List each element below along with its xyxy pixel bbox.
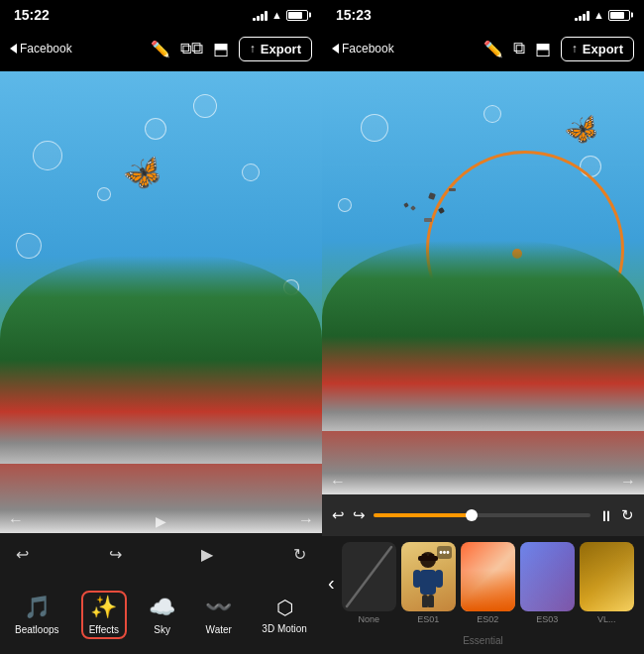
left-playback-bar: ▶ — [0, 533, 322, 575]
left-back-label: Facebook — [20, 42, 72, 55]
left-back-arrow-icon — [10, 44, 17, 54]
effect-none-thumb — [342, 542, 396, 611]
right-export-label: Export — [583, 42, 623, 56]
left-redo-button[interactable] — [109, 544, 122, 565]
effects-label: Effects — [89, 624, 119, 635]
person-svg — [408, 548, 448, 607]
bubble-2 — [145, 118, 166, 140]
svg-rect-8 — [422, 595, 428, 607]
left-forest-area — [0, 256, 322, 464]
right-top-nav: Facebook ⧉ ⬒ ↑ Export — [322, 28, 644, 71]
right-wifi-icon: ▲ — [593, 9, 604, 21]
beatloops-icon: 🎵 — [24, 595, 51, 620]
bubble-8 — [97, 187, 111, 201]
left-nav-arrows: ← — [8, 511, 24, 529]
svg-line-0 — [347, 547, 391, 606]
effect-es01[interactable]: ••• — [401, 542, 456, 624]
left-status-bar: 15:22 ▲ — [0, 0, 322, 28]
none-slash-icon — [342, 542, 396, 611]
right-pencil-icon[interactable] — [483, 39, 503, 59]
left-bottom-toolbar: 🎵 Beatloops ✨ Effects ☁️ Sky 〰️ Water ⬡ … — [0, 575, 322, 654]
es02-gradient — [461, 570, 515, 611]
effect-es03-thumb — [520, 542, 575, 611]
left-play-indicator: ▶ — [156, 513, 166, 529]
right-time: 15:23 — [336, 7, 372, 23]
left-battery-icon — [286, 10, 308, 21]
right-share-icon: ↑ — [572, 42, 578, 55]
effect-es01-thumb: ••• — [401, 542, 456, 611]
right-timeline-thumb — [466, 509, 478, 521]
right-timeline-track[interactable] — [374, 513, 590, 517]
right-back-button[interactable]: Facebook — [332, 42, 394, 55]
toolbar-beatloops[interactable]: 🎵 Beatloops — [7, 591, 66, 639]
left-video-area: 🦋 ← → ▶ — [0, 71, 322, 533]
effect-vl[interactable]: VL... — [580, 542, 634, 624]
left-copy-icon[interactable]: ⧉ — [180, 39, 203, 58]
essential-section: Essential — [322, 630, 644, 654]
left-undo-button[interactable] — [16, 544, 29, 565]
effect-vl-label: VL... — [597, 614, 616, 624]
right-back-label: Facebook — [342, 42, 394, 55]
right-timeline-progress — [374, 513, 472, 517]
r-bubble-1 — [361, 114, 388, 142]
left-wifi-icon: ▲ — [271, 9, 282, 21]
left-nav-icons: ⧉ ⬒ ↑ Export — [151, 37, 312, 61]
right-copy-icon[interactable]: ⧉ — [513, 39, 525, 58]
right-effects-strip: ‹ None ••• — [322, 536, 644, 630]
svg-rect-7 — [435, 570, 443, 588]
left-signal-icon — [253, 10, 268, 21]
svg-rect-4 — [429, 554, 434, 558]
svg-rect-9 — [428, 595, 434, 607]
right-export-button[interactable]: ↑ Export — [561, 37, 634, 61]
right-status-icons: ▲ — [575, 9, 630, 21]
left-loop-button[interactable] — [293, 544, 306, 565]
effect-es03-label: ES03 — [536, 614, 558, 624]
beatloops-label: Beatloops — [15, 624, 58, 635]
left-export-button[interactable]: ↑ Export — [239, 37, 312, 61]
effect-none[interactable]: None — [342, 542, 396, 624]
left-status-icons: ▲ — [253, 9, 308, 21]
3dmotion-label: 3D Motion — [262, 623, 307, 634]
svg-rect-5 — [420, 570, 436, 595]
right-layers-icon[interactable]: ⬒ — [535, 39, 551, 59]
effect-es02[interactable]: ES02 — [461, 542, 515, 624]
bubble-3 — [242, 164, 260, 181]
right-status-bar: 15:23 ▲ — [322, 0, 644, 28]
right-chevron-left[interactable]: ‹ — [326, 572, 337, 595]
left-nav-arrows-right: → — [298, 511, 314, 529]
water-icon: 〰️ — [205, 595, 232, 620]
right-timeline-bar: ↩ ↪ ⏸ ↻ — [322, 494, 644, 536]
essential-label: Essential — [463, 635, 503, 646]
left-play-button[interactable]: ▶ — [201, 545, 213, 564]
vl-overlay — [580, 542, 634, 611]
effect-es03[interactable]: ES03 — [520, 542, 575, 624]
left-time: 15:22 — [14, 7, 50, 23]
right-phone-panel: 15:23 ▲ Facebook ⧉ ⬒ ↑ Export — [322, 0, 644, 654]
effect-es01-label: ES01 — [417, 614, 439, 624]
left-back-button[interactable]: Facebook — [10, 42, 72, 55]
right-undo-button[interactable]: ↩ — [332, 506, 345, 524]
toolbar-water[interactable]: 〰️ Water — [197, 591, 240, 639]
right-pause-button[interactable]: ⏸ — [598, 507, 613, 524]
toolbar-sky[interactable]: ☁️ Sky — [141, 591, 183, 639]
left-phone-panel: 15:22 ▲ Facebook ⧉ ⬒ ↑ Export — [0, 0, 322, 654]
left-pencil-icon[interactable] — [151, 39, 170, 59]
right-forest-area — [322, 241, 644, 431]
effect-none-label: None — [358, 614, 379, 624]
effect-vl-thumb — [580, 542, 634, 611]
water-label: Water — [206, 624, 232, 635]
right-back-arrow-icon — [332, 44, 339, 54]
right-redo-button[interactable]: ↪ — [353, 506, 366, 524]
effect-es02-thumb — [461, 542, 515, 611]
svg-rect-6 — [413, 570, 421, 588]
toolbar-3dmotion[interactable]: ⬡ 3D Motion — [254, 592, 315, 638]
left-share-icon: ↑ — [250, 42, 256, 55]
left-export-label: Export — [261, 42, 301, 56]
toolbar-effects[interactable]: ✨ Effects — [81, 591, 127, 639]
left-layers-icon[interactable]: ⬒ — [213, 39, 229, 59]
right-signal-icon — [575, 10, 590, 21]
right-battery-icon — [608, 10, 630, 21]
es03-sheen — [520, 542, 575, 611]
right-video-area: 🦋 ← → — [322, 71, 644, 494]
right-loop-button[interactable]: ↻ — [621, 506, 634, 524]
